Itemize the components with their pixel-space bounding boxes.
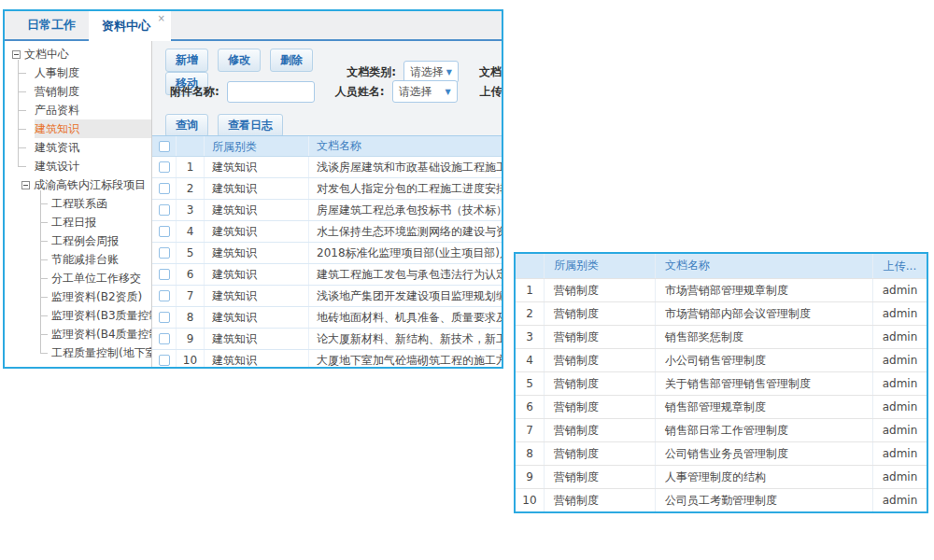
查看日志-button[interactable]: 查看日志 (218, 114, 283, 137)
chevron-down-icon: ▼ (446, 68, 452, 77)
action-buttons: 查询查看日志 (165, 114, 292, 137)
table-row[interactable]: 8建筑知识地砖地面材料、机具准备、质量要求及... (152, 307, 502, 329)
row-index: 6 (177, 264, 205, 285)
row-checkbox[interactable] (159, 312, 170, 323)
row-checkbox[interactable] (159, 204, 170, 216)
tab-daily-work[interactable]: 日常工作 (14, 11, 89, 39)
sidebar-item-工程例会周报[interactable]: 工程例会周报 (51, 231, 151, 250)
row-doc-name: 建筑工程施工发包与承包违法行为认定... (309, 267, 502, 283)
sidebar-item-建筑知识[interactable]: 建筑知识 (35, 119, 151, 138)
row-checkbox[interactable] (159, 333, 170, 344)
row-category: 营销制度 (545, 372, 656, 395)
table-row[interactable]: 5建筑知识2018标准化监理项目部(业主项目部)人员... (152, 243, 502, 264)
sidebar-item-节能减排台账[interactable]: 节能减排台账 (51, 250, 151, 269)
row-index: 5 (516, 372, 545, 395)
table-row[interactable]: 6营销制度销售部管理规章制度admin (516, 395, 927, 418)
删除-button[interactable]: 删除 (270, 49, 313, 72)
sidebar-item-产品资料[interactable]: 产品资料 (35, 101, 151, 119)
sidebar-item-人事制度[interactable]: 人事制度 (35, 63, 151, 82)
person-name-value: 请选择 (399, 84, 432, 100)
row-category: 建筑知识 (205, 157, 309, 177)
col-doc-name: 文档名称 (309, 138, 502, 154)
row-category: 营销制度 (545, 396, 656, 418)
row-doc-name: 浅谈地产集团开发建设项目监理规划编... (309, 288, 502, 304)
sidebar-item-监理资料(B3质量控制)[interactable]: 监理资料(B3质量控制) (51, 306, 151, 325)
row-index: 5 (177, 243, 205, 263)
查询-button[interactable]: 查询 (165, 114, 208, 137)
toolbar-row-3: 查询查看日志 (165, 114, 292, 137)
sidebar-item-分工单位工作移交[interactable]: 分工单位工作移交 (51, 269, 151, 287)
row-doc-name: 房屋建筑工程总承包投标书（技术标）... (309, 203, 502, 218)
table-row[interactable]: 6建筑知识建筑工程施工发包与承包违法行为认定... (152, 264, 502, 286)
table-row[interactable]: 4建筑知识水土保持生态环境监测网络的建设与资... (152, 221, 502, 243)
row-checkbox[interactable] (159, 247, 170, 259)
panel-body: 文档中心 人事制度营销制度产品资料建筑知识建筑资讯建筑设计 成渝高铁内江标段项目… (5, 41, 502, 367)
row-checkbox[interactable] (159, 355, 170, 366)
table-row[interactable]: 3建筑知识房屋建筑工程总承包投标书（技术标）... (152, 200, 502, 221)
sidebar-item-建筑资讯[interactable]: 建筑资讯 (35, 138, 151, 157)
row-doc-name: 2018标准化监理项目部(业主项目部)人员... (309, 245, 502, 261)
collapse-icon[interactable] (12, 50, 21, 59)
row-category: 建筑知识 (205, 286, 309, 306)
upload-date-label: 上传日期 (480, 84, 502, 100)
sidebar-item-工程日报[interactable]: 工程日报 (51, 213, 151, 231)
table-row[interactable]: 3营销制度销售部奖惩制度admin (516, 325, 927, 348)
sidebar-item-建筑设计[interactable]: 建筑设计 (35, 157, 151, 175)
sidebar-item-工程联系函[interactable]: 工程联系函 (51, 194, 151, 213)
table-body: 1营销制度市场营销部管理规章制度admin2营销制度市场营销部内部会议管理制度a… (516, 278, 927, 511)
table-row[interactable]: 8营销制度公司销售业务员管理制度admin (516, 441, 927, 465)
table-row[interactable]: 7建筑知识浅谈地产集团开发建设项目监理规划编... (152, 286, 502, 307)
row-checkbox[interactable] (159, 161, 170, 173)
doc-name-label-clipped: 文档 (479, 64, 502, 80)
tab-data-center[interactable]: 资料中心 × (89, 11, 171, 41)
attachment-name-input[interactable] (227, 81, 315, 103)
row-checkbox[interactable] (159, 183, 170, 194)
col-doc-name: 文档名称 (656, 254, 873, 278)
row-index: 10 (177, 350, 205, 367)
row-checkbox-cell (152, 200, 177, 220)
table-row[interactable]: 2建筑知识对发包人指定分包的工程施工进度安排... (152, 178, 502, 200)
row-doc-name: 市场营销部管理规章制度 (656, 279, 873, 301)
collapse-icon[interactable] (21, 181, 30, 189)
tree-node-project[interactable]: 成渝高铁内江标段项目 (5, 175, 151, 194)
row-doc-name: 人事管理制度的结构 (656, 466, 873, 488)
sidebar-item-监理资料(B4质量控制)[interactable]: 监理资料(B4质量控制) (51, 325, 151, 343)
table-row[interactable]: 10营销制度公司员工考勤管理制度admin (516, 488, 927, 511)
document-center-window: 日常工作 资料中心 × 文档中心 人事制度营销制度产品资料建筑知识建筑资讯建筑设… (3, 9, 503, 369)
修改-button[interactable]: 修改 (218, 49, 261, 72)
table-header: 所属别类 文档名称 上传... (516, 254, 927, 278)
select-all-checkbox[interactable] (159, 141, 170, 152)
tab-data-center-label: 资料中心 (102, 18, 150, 35)
table-row[interactable]: 9建筑知识论大厦新材料、新结构、新技术，新工... (152, 329, 502, 350)
table-row[interactable]: 7营销制度销售部日常工作管理制度admin (516, 418, 927, 441)
table-row[interactable]: 10建筑知识大厦地下室加气砼墙砌筑工程的施工方... (152, 350, 502, 367)
table-row[interactable]: 5营销制度关于销售部管理销售管理制度admin (516, 371, 927, 395)
table-row[interactable]: 1建筑知识浅谈房屋建筑和市政基础设施工程施工... (152, 157, 502, 178)
row-checkbox-cell (152, 264, 177, 285)
col-index (516, 254, 545, 278)
新增-button[interactable]: 新增 (165, 49, 208, 72)
table-row[interactable]: 4营销制度小公司销售管理制度admin (516, 348, 927, 371)
table-row[interactable]: 9营销制度人事管理制度的结构admin (516, 465, 927, 488)
row-checkbox[interactable] (159, 226, 170, 237)
table-row[interactable]: 1营销制度市场营销部管理规章制度admin (516, 278, 927, 301)
close-icon[interactable]: × (158, 13, 165, 23)
person-name-select[interactable]: 请选择 ▼ (392, 80, 458, 103)
row-index: 9 (516, 466, 545, 488)
table-row[interactable]: 2营销制度市场营销部内部会议管理制度admin (516, 301, 927, 325)
sidebar-item-监理资料(B2资质)[interactable]: 监理资料(B2资质) (51, 287, 151, 306)
row-checkbox[interactable] (159, 269, 170, 280)
row-index: 3 (516, 326, 545, 348)
row-index: 1 (516, 279, 545, 301)
col-category: 所属别类 (545, 254, 656, 278)
chevron-down-icon: ▼ (445, 88, 450, 96)
sidebar-item-工程质量控制(地下室)[interactable]: 工程质量控制(地下室) (51, 343, 151, 362)
row-doc-name: 销售部管理规章制度 (656, 396, 873, 418)
row-category: 营销制度 (545, 349, 656, 371)
row-checkbox[interactable] (159, 290, 170, 301)
sidebar-item-营销制度[interactable]: 营销制度 (35, 82, 151, 101)
row-index: 8 (177, 307, 205, 328)
row-doc-name: 水土保持生态环境监测网络的建设与资... (309, 224, 502, 240)
tree-node-document-center[interactable]: 文档中心 (5, 45, 151, 63)
row-category: 营销制度 (545, 326, 656, 348)
